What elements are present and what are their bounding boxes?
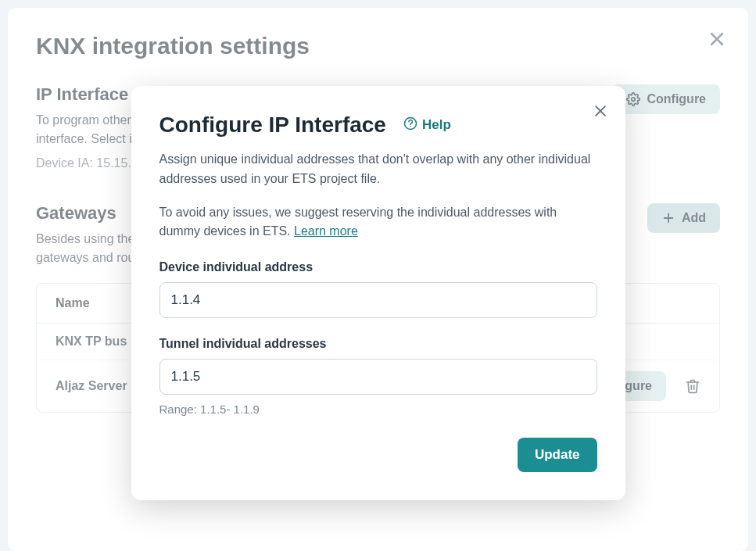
tunnel-address-input[interactable] bbox=[159, 359, 597, 395]
modal-paragraph: To avoid any issues, we suggest reservin… bbox=[159, 203, 597, 242]
modal-paragraph-text: To avoid any issues, we suggest reservin… bbox=[159, 206, 557, 238]
close-icon[interactable] bbox=[593, 103, 608, 119]
device-address-input[interactable] bbox=[159, 282, 597, 318]
tunnel-address-field: Tunnel individual addresses Range: 1.1.5… bbox=[159, 337, 597, 416]
learn-more-link[interactable]: Learn more bbox=[294, 224, 358, 238]
modal-title: Configure IP Interface bbox=[159, 113, 386, 138]
help-link[interactable]: Help bbox=[403, 116, 451, 134]
modal-paragraph: Assign unique individual addresses that … bbox=[159, 150, 597, 189]
device-address-field: Device individual address bbox=[159, 260, 597, 318]
range-hint: Range: 1.1.5- 1.1.9 bbox=[159, 403, 597, 416]
update-button[interactable]: Update bbox=[518, 438, 597, 472]
configure-ip-interface-modal: Configure IP Interface Help Assign uniqu… bbox=[131, 86, 625, 500]
tunnel-address-label: Tunnel individual addresses bbox=[159, 337, 597, 351]
device-address-label: Device individual address bbox=[159, 260, 597, 274]
help-label: Help bbox=[422, 117, 451, 133]
help-icon bbox=[403, 116, 417, 134]
